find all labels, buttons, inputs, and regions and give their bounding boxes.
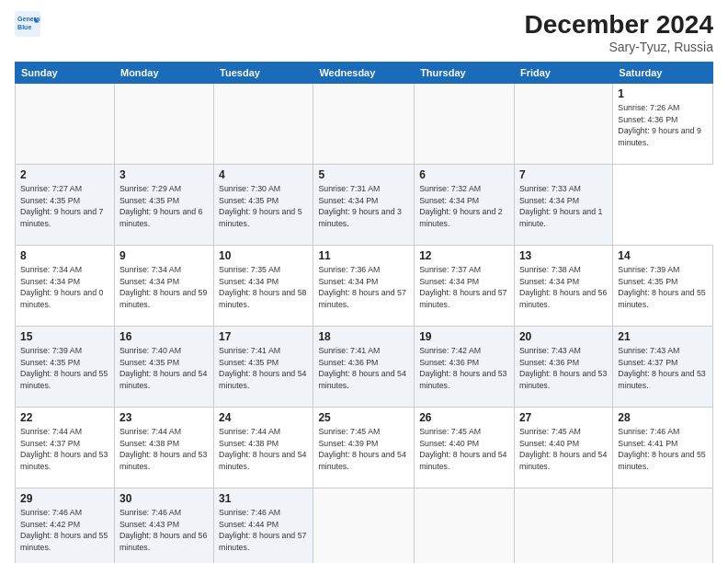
calendar-day-cell: 25Sunrise: 7:45 AMSunset: 4:39 PMDayligh…: [313, 407, 415, 488]
calendar-day-cell: 13Sunrise: 7:38 AMSunset: 4:34 PMDayligh…: [514, 245, 612, 326]
calendar-day-cell: 31Sunrise: 7:46 AMSunset: 4:44 PMDayligh…: [214, 488, 313, 563]
calendar-day-cell: 1Sunrise: 7:26 AMSunset: 4:36 PMDaylight…: [613, 83, 713, 164]
page: General Blue December 2024 Sary-Tyuz, Ru…: [0, 0, 728, 563]
calendar-week-row: 2Sunrise: 7:27 AMSunset: 4:35 PMDaylight…: [16, 164, 713, 245]
header: General Blue December 2024 Sary-Tyuz, Ru…: [15, 11, 713, 54]
calendar-day-cell: 20Sunrise: 7:43 AMSunset: 4:36 PMDayligh…: [514, 326, 612, 407]
col-header-thursday: Thursday: [415, 62, 515, 83]
calendar-table: SundayMondayTuesdayWednesdayThursdayFrid…: [15, 62, 713, 563]
calendar-day-cell: 21Sunrise: 7:43 AMSunset: 4:37 PMDayligh…: [613, 326, 713, 407]
calendar-day-cell: 17Sunrise: 7:41 AMSunset: 4:35 PMDayligh…: [214, 326, 313, 407]
calendar-day-cell: 23Sunrise: 7:44 AMSunset: 4:38 PMDayligh…: [114, 407, 213, 488]
calendar-empty-cell: [313, 488, 415, 563]
calendar-day-cell: 19Sunrise: 7:42 AMSunset: 4:36 PMDayligh…: [415, 326, 515, 407]
calendar-day-cell: 9Sunrise: 7:34 AMSunset: 4:34 PMDaylight…: [114, 245, 213, 326]
calendar-empty-cell: [514, 488, 612, 563]
calendar-empty-cell: [415, 83, 515, 164]
calendar-day-cell: 5Sunrise: 7:31 AMSunset: 4:34 PMDaylight…: [313, 164, 415, 245]
calendar-week-row: 29Sunrise: 7:46 AMSunset: 4:42 PMDayligh…: [16, 488, 713, 563]
calendar-day-cell: 3Sunrise: 7:29 AMSunset: 4:35 PMDaylight…: [114, 164, 213, 245]
col-header-monday: Monday: [114, 62, 213, 83]
col-header-wednesday: Wednesday: [313, 62, 415, 83]
calendar-day-cell: 18Sunrise: 7:41 AMSunset: 4:36 PMDayligh…: [313, 326, 415, 407]
svg-text:Blue: Blue: [17, 24, 31, 30]
calendar-day-cell: 14Sunrise: 7:39 AMSunset: 4:35 PMDayligh…: [613, 245, 713, 326]
calendar-day-cell: 15Sunrise: 7:39 AMSunset: 4:35 PMDayligh…: [16, 326, 115, 407]
calendar-week-row: 8Sunrise: 7:34 AMSunset: 4:34 PMDaylight…: [16, 245, 713, 326]
calendar-day-cell: 30Sunrise: 7:46 AMSunset: 4:43 PMDayligh…: [114, 488, 213, 563]
col-header-saturday: Saturday: [613, 62, 713, 83]
calendar-week-row: 1Sunrise: 7:26 AMSunset: 4:36 PMDaylight…: [16, 83, 713, 164]
logo: General Blue: [15, 11, 40, 37]
calendar-day-cell: 24Sunrise: 7:44 AMSunset: 4:38 PMDayligh…: [214, 407, 313, 488]
calendar-day-cell: 22Sunrise: 7:44 AMSunset: 4:37 PMDayligh…: [16, 407, 115, 488]
calendar-day-cell: 8Sunrise: 7:34 AMSunset: 4:34 PMDaylight…: [16, 245, 115, 326]
title-block: December 2024 Sary-Tyuz, Russia: [525, 11, 713, 54]
calendar-day-cell: 6Sunrise: 7:32 AMSunset: 4:34 PMDaylight…: [415, 164, 515, 245]
sub-title: Sary-Tyuz, Russia: [525, 40, 713, 54]
calendar-day-cell: 28Sunrise: 7:46 AMSunset: 4:41 PMDayligh…: [613, 407, 713, 488]
calendar-empty-cell: [114, 83, 213, 164]
calendar-empty-cell: [214, 83, 313, 164]
calendar-day-cell: 10Sunrise: 7:35 AMSunset: 4:34 PMDayligh…: [214, 245, 313, 326]
calendar-day-cell: 16Sunrise: 7:40 AMSunset: 4:35 PMDayligh…: [114, 326, 213, 407]
calendar-day-cell: 2Sunrise: 7:27 AMSunset: 4:35 PMDaylight…: [16, 164, 115, 245]
calendar-day-cell: 27Sunrise: 7:45 AMSunset: 4:40 PMDayligh…: [514, 407, 612, 488]
calendar-day-cell: 4Sunrise: 7:30 AMSunset: 4:35 PMDaylight…: [214, 164, 313, 245]
calendar-empty-cell: [313, 83, 415, 164]
main-title: December 2024: [525, 11, 713, 40]
calendar-week-row: 15Sunrise: 7:39 AMSunset: 4:35 PMDayligh…: [16, 326, 713, 407]
calendar-empty-cell: [514, 83, 612, 164]
col-header-sunday: Sunday: [16, 62, 115, 83]
calendar-day-cell: 29Sunrise: 7:46 AMSunset: 4:42 PMDayligh…: [16, 488, 115, 563]
calendar-header-row: SundayMondayTuesdayWednesdayThursdayFrid…: [16, 62, 713, 83]
calendar-empty-cell: [16, 83, 115, 164]
calendar-day-cell: 26Sunrise: 7:45 AMSunset: 4:40 PMDayligh…: [415, 407, 515, 488]
calendar-week-row: 22Sunrise: 7:44 AMSunset: 4:37 PMDayligh…: [16, 407, 713, 488]
calendar-empty-cell: [415, 488, 515, 563]
col-header-friday: Friday: [514, 62, 612, 83]
calendar-empty-cell: [613, 488, 713, 563]
logo-icon: General Blue: [15, 11, 40, 37]
calendar-day-cell: 12Sunrise: 7:37 AMSunset: 4:34 PMDayligh…: [415, 245, 515, 326]
col-header-tuesday: Tuesday: [214, 62, 313, 83]
calendar-day-cell: 11Sunrise: 7:36 AMSunset: 4:34 PMDayligh…: [313, 245, 415, 326]
calendar-day-cell: 7Sunrise: 7:33 AMSunset: 4:34 PMDaylight…: [514, 164, 612, 245]
